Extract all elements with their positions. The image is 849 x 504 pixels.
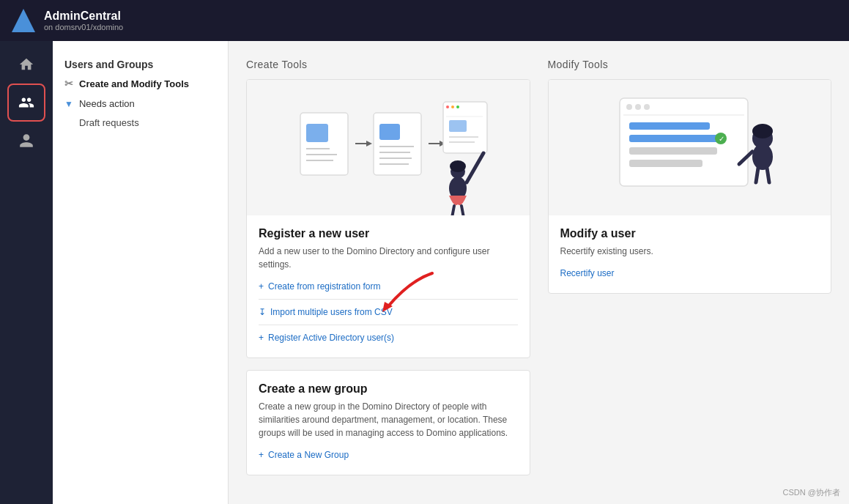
import-csv-label: Import multiple users from CSV [270, 307, 393, 317]
create-new-group-prefix: + [259, 450, 264, 460]
sidebar-item-needs-action-label: Needs action [79, 98, 135, 109]
svg-point-34 [635, 104, 641, 110]
sidebar-section-title: Users and Groups [53, 53, 228, 73]
modify-tools-title: Modify Tools [548, 59, 832, 70]
register-user-card-body: Register a new user Add a new user to th… [247, 215, 530, 357]
svg-rect-1 [300, 113, 348, 175]
modify-user-card-body: Modify a user Recertify existing users. … [549, 215, 831, 293]
sidebar-item-create-modify-label: Create and Modify Tools [79, 78, 189, 89]
svg-rect-42 [629, 160, 702, 167]
app-name: AdminCentral [44, 10, 123, 23]
create-new-group-link[interactable]: + Create a New Group [259, 447, 518, 463]
svg-point-25 [450, 160, 466, 172]
app-logo [12, 9, 35, 32]
create-group-card-body: Create a new group Create a new group in… [247, 371, 530, 475]
nav-users[interactable] [9, 85, 44, 120]
create-group-desc: Create a new group in the Domino Directo… [259, 400, 518, 440]
recertify-user-link[interactable]: Recertify user [560, 265, 820, 281]
modify-user-illustration: ✓ [549, 80, 831, 215]
main-content: Create Tools [229, 41, 849, 504]
nav-home[interactable] [9, 47, 44, 82]
svg-point-35 [644, 104, 650, 110]
create-group-title: Create a new group [259, 382, 518, 396]
topbar: AdminCentral on domsrv01/xdomino [0, 0, 849, 41]
svg-point-19 [456, 105, 459, 108]
sidebar-item-needs-action[interactable]: ▼ Needs action [53, 94, 228, 114]
arrow-icon: ▼ [64, 99, 73, 109]
modify-user-card: ✓ [548, 79, 832, 294]
svg-rect-2 [306, 124, 328, 142]
svg-rect-8 [374, 113, 421, 175]
import-csv-link[interactable]: ↧ Import multiple users from CSV [259, 304, 518, 320]
register-user-illustration [247, 80, 530, 215]
svg-point-18 [451, 105, 454, 108]
modify-user-desc: Recertify existing users. [560, 245, 820, 258]
card-divider-1 [259, 299, 518, 300]
modify-tools-column: Modify Tools [548, 59, 832, 487]
create-tools-column: Create Tools [246, 59, 530, 487]
create-from-form-link[interactable]: + Create from registration form [259, 278, 518, 294]
svg-point-45 [752, 144, 773, 170]
card-divider-2 [259, 325, 518, 325]
svg-point-17 [446, 105, 449, 108]
nav-person[interactable] [9, 123, 44, 158]
create-group-card: Create a new group Create a new group in… [246, 370, 530, 475]
svg-rect-37 [629, 122, 710, 130]
svg-rect-9 [379, 124, 400, 140]
app-title-group: AdminCentral on domsrv01/xdomino [44, 10, 123, 32]
sidebar-sub-item-draft[interactable]: Draft requests [53, 114, 228, 132]
register-user-desc: Add a new user to the Domino Directory a… [259, 245, 518, 271]
create-tools-title: Create Tools [246, 59, 530, 70]
scissors-icon: ✂ [64, 78, 73, 89]
watermark: CSDN @协作者 [783, 487, 840, 498]
svg-point-44 [752, 124, 773, 138]
svg-rect-38 [629, 135, 724, 142]
register-ad-label: Register Active Directory user(s) [268, 333, 394, 343]
svg-line-48 [767, 168, 769, 182]
create-new-group-label: Create a New Group [268, 450, 349, 460]
recertify-user-label: Recertify user [560, 268, 615, 278]
create-from-form-prefix: + [259, 281, 264, 292]
main-layout: Users and Groups ✂ Create and Modify Too… [0, 41, 849, 504]
register-user-title: Register a new user [259, 227, 518, 240]
svg-rect-21 [449, 120, 467, 132]
app-subtitle: on domsrv01/xdomino [44, 23, 123, 32]
svg-text:✓: ✓ [719, 135, 724, 143]
import-csv-prefix: ↧ [259, 307, 266, 317]
svg-line-47 [756, 168, 758, 182]
svg-rect-41 [629, 147, 717, 155]
create-from-form-label: Create from registration form [268, 281, 380, 292]
left-nav [0, 41, 53, 504]
svg-point-33 [626, 104, 632, 110]
sidebar: Users and Groups ✂ Create and Modify Too… [53, 41, 229, 504]
sidebar-sub-item-draft-label: Draft requests [79, 117, 139, 128]
register-ad-link[interactable]: + Register Active Directory user(s) [259, 330, 518, 346]
register-user-card: Register a new user Add a new user to th… [246, 79, 530, 358]
register-ad-prefix: + [259, 333, 264, 343]
sidebar-item-create-modify[interactable]: ✂ Create and Modify Tools [53, 73, 228, 94]
tools-grid: Create Tools [246, 59, 831, 487]
modify-user-title: Modify a user [560, 227, 820, 240]
